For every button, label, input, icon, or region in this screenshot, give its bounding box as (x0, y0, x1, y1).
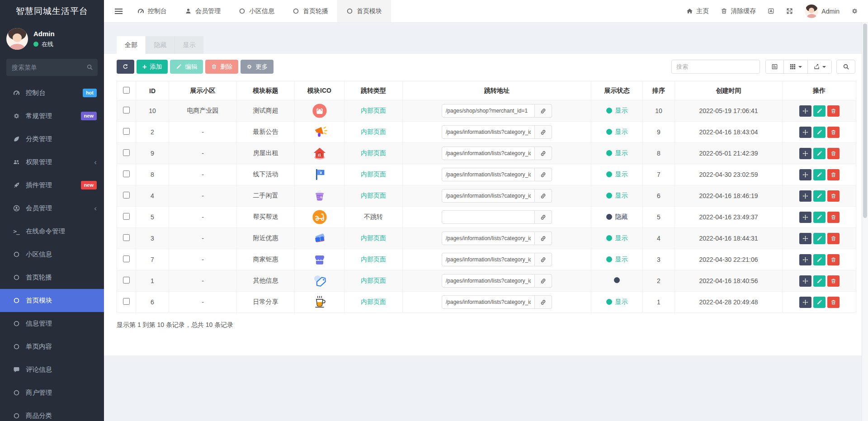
refresh-button[interactable] (117, 60, 134, 74)
sidebar-item-在线命令管理[interactable]: >_在线命令管理 (0, 220, 104, 243)
detail-view-button[interactable] (766, 60, 783, 73)
drag-sort-button[interactable] (799, 275, 811, 287)
jump-url-input[interactable] (442, 274, 535, 288)
delete-row-button[interactable] (827, 275, 840, 287)
link-button[interactable] (535, 232, 552, 245)
link-button[interactable] (535, 295, 552, 309)
link-button[interactable] (535, 189, 552, 203)
jump-url-input[interactable] (442, 125, 535, 139)
row-checkbox[interactable] (123, 128, 130, 135)
topnav-tab-首页轮播[interactable]: 首页轮播 (283, 0, 337, 22)
edit-button[interactable]: 编辑 (170, 60, 203, 74)
drag-sort-button[interactable] (799, 148, 811, 159)
menu-search-input[interactable] (6, 59, 98, 76)
language-button[interactable] (768, 8, 774, 14)
delete-row-button[interactable] (827, 297, 840, 308)
topnav-tab-首页模块[interactable]: 首页模块 (337, 0, 391, 22)
edit-row-button[interactable] (813, 148, 826, 159)
delete-row-button[interactable] (827, 212, 840, 223)
jump-url-input[interactable] (442, 253, 535, 266)
sidebar-item-小区信息[interactable]: 小区信息 (0, 243, 104, 266)
filter-tab-隐藏[interactable]: 隐藏 (146, 36, 175, 54)
jump-url-input[interactable] (442, 104, 535, 118)
jump-url-input[interactable] (442, 189, 535, 203)
edit-row-button[interactable] (813, 212, 826, 223)
topnav-tab-控制台[interactable]: 控制台 (128, 0, 176, 22)
link-button[interactable] (535, 147, 552, 160)
drag-sort-button[interactable] (799, 212, 811, 223)
topnav-tab-小区信息[interactable]: 小区信息 (230, 0, 283, 22)
jump-url-input[interactable] (442, 295, 535, 309)
table-search-input[interactable] (671, 60, 760, 74)
filter-tab-全部[interactable]: 全部 (117, 36, 146, 54)
sidebar-item-插件管理[interactable]: 插件管理new (0, 174, 104, 197)
sidebar-item-首页模块[interactable]: 首页模块 (0, 289, 104, 312)
delete-row-button[interactable] (827, 105, 840, 117)
drag-sort-button[interactable] (799, 233, 811, 244)
drag-sort-button[interactable] (799, 127, 811, 138)
row-checkbox[interactable] (123, 298, 130, 305)
drag-sort-button[interactable] (799, 190, 811, 202)
drag-sort-button[interactable] (799, 169, 811, 180)
vertical-scrollbar[interactable] (862, 23, 868, 421)
drag-sort-button[interactable] (799, 297, 811, 308)
delete-row-button[interactable] (827, 254, 840, 265)
edit-row-button[interactable] (813, 127, 826, 138)
export-button[interactable] (807, 60, 831, 73)
topnav-tab-会员管理[interactable]: 会员管理 (176, 0, 230, 22)
jump-url-input[interactable] (442, 147, 535, 160)
link-button[interactable] (535, 104, 552, 118)
home-link[interactable]: 主页 (686, 7, 709, 15)
delete-row-button[interactable] (827, 148, 840, 159)
sidebar-item-单页内容[interactable]: 单页内容 (0, 335, 104, 358)
delete-row-button[interactable] (827, 233, 840, 244)
drag-sort-button[interactable] (799, 254, 811, 265)
add-button[interactable]: +添加 (137, 60, 168, 74)
sidebar-item-首页轮播[interactable]: 首页轮播 (0, 266, 104, 289)
edit-row-button[interactable] (813, 190, 826, 202)
link-button[interactable] (535, 125, 552, 139)
sidebar-item-控制台[interactable]: 控制台hot (0, 81, 104, 104)
jump-url-input[interactable] (442, 168, 535, 181)
row-checkbox[interactable] (123, 234, 130, 241)
sidebar-toggle-button[interactable] (108, 0, 128, 22)
row-checkbox[interactable] (123, 255, 130, 262)
jump-url-input[interactable] (442, 232, 535, 245)
delete-row-button[interactable] (827, 190, 840, 202)
fullscreen-button[interactable] (786, 8, 793, 14)
sidebar-item-商品分类[interactable]: 商品分类 (0, 404, 104, 421)
sidebar-item-商户管理[interactable]: 商户管理 (0, 381, 104, 404)
row-checkbox[interactable] (123, 192, 130, 199)
more-button[interactable]: 更多 (241, 60, 274, 74)
filter-tab-显示[interactable]: 显示 (175, 36, 203, 54)
sidebar-item-信息管理[interactable]: 信息管理 (0, 312, 104, 335)
drag-sort-button[interactable] (799, 105, 811, 117)
user-menu[interactable]: Admin (805, 5, 840, 18)
row-checkbox[interactable] (123, 213, 130, 220)
edit-row-button[interactable] (813, 105, 826, 117)
select-all-checkbox[interactable] (123, 87, 130, 94)
jump-url-input[interactable] (442, 210, 535, 224)
edit-row-button[interactable] (813, 233, 826, 244)
delete-row-button[interactable] (827, 169, 840, 180)
link-button[interactable] (535, 210, 552, 224)
row-checkbox[interactable] (123, 170, 130, 177)
link-button[interactable] (535, 168, 552, 181)
search-toggle-button[interactable] (836, 60, 855, 74)
sidebar-item-会员管理[interactable]: 会员管理‹ (0, 197, 104, 220)
link-button[interactable] (535, 253, 552, 266)
edit-row-button[interactable] (813, 254, 826, 265)
edit-row-button[interactable] (813, 169, 826, 180)
delete-button[interactable]: 删除 (205, 60, 238, 74)
edit-row-button[interactable] (813, 275, 826, 287)
clear-cache-button[interactable]: 清除缓存 (721, 7, 756, 15)
columns-button[interactable] (783, 60, 807, 73)
edit-row-button[interactable] (813, 297, 826, 308)
sidebar-item-权限管理[interactable]: 权限管理‹ (0, 151, 104, 174)
sidebar-item-评论信息[interactable]: 评论信息 (0, 358, 104, 381)
sidebar-item-分类管理[interactable]: 分类管理 (0, 128, 104, 151)
scrollbar-thumb[interactable] (863, 24, 867, 218)
row-checkbox[interactable] (123, 149, 130, 156)
link-button[interactable] (535, 274, 552, 288)
row-checkbox[interactable] (123, 277, 130, 284)
